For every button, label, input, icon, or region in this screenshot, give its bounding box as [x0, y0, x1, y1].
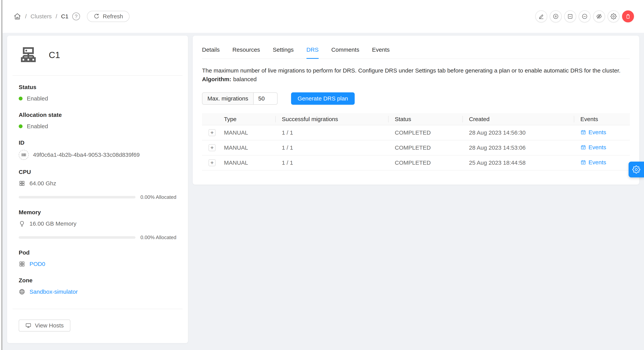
tab-details[interactable]: Details: [202, 47, 220, 59]
top-bar: / Clusters / C1 ? Refresh: [2, 0, 644, 33]
refresh-label: Refresh: [103, 13, 123, 20]
table-row: + MANUAL 1 / 1 COMPLETED 25 Aug 2023 18:…: [202, 155, 630, 170]
column-header-successful-migrations: Successful migrations: [275, 113, 388, 125]
cell-successful-migrations: 1 / 1: [275, 155, 388, 170]
tab-events[interactable]: Events: [372, 47, 390, 59]
breadcrumb-separator: /: [25, 13, 26, 20]
column-header-type: Type: [218, 113, 275, 125]
drs-description: The maximum number of live migrations to…: [202, 66, 630, 75]
globe-icon: [19, 288, 25, 295]
tab-comments[interactable]: Comments: [331, 47, 359, 59]
max-migrations-input[interactable]: [253, 92, 278, 105]
tab-settings[interactable]: Settings: [273, 47, 294, 59]
section-allocation-state: Allocation state Enabled: [19, 112, 176, 131]
generate-drs-plan-button[interactable]: Generate DRS plan: [291, 92, 355, 105]
section-label: Pod: [19, 249, 176, 256]
barcode-icon: [19, 150, 29, 160]
events-link-label: Events: [588, 144, 606, 151]
max-migrations-label: Max. migrations: [202, 92, 253, 105]
breadcrumb-item-clusters[interactable]: Clusters: [30, 13, 52, 20]
cell-type: MANUAL: [218, 125, 275, 140]
section-pod: Pod POD0: [19, 249, 176, 268]
refresh-button[interactable]: Refresh: [87, 11, 130, 22]
window-edge-bar: [1, 0, 2, 350]
appstore-icon: [19, 261, 25, 267]
unmanage-button[interactable]: [564, 11, 576, 22]
table-header-row: Type Successful migrations Status Create…: [202, 113, 630, 125]
bulb-icon: [19, 220, 25, 227]
events-link[interactable]: Events: [580, 129, 606, 136]
algorithm-label: Algorithm:: [202, 76, 231, 82]
pause-button[interactable]: [550, 11, 562, 22]
status-value: Enabled: [27, 95, 48, 102]
tab-resources[interactable]: Resources: [232, 47, 260, 59]
table-row: + MANUAL 1 / 1 COMPLETED 28 Aug 2023 14:…: [202, 140, 630, 155]
events-link-label: Events: [588, 159, 606, 166]
delete-button[interactable]: [622, 11, 634, 22]
view-hosts-button[interactable]: View Hosts: [19, 319, 70, 331]
pencil-icon: [538, 13, 544, 20]
calendar-check-icon: [580, 159, 586, 165]
table-row: + MANUAL 1 / 1 COMPLETED 28 Aug 2023 14:…: [202, 125, 630, 140]
cell-successful-migrations: 1 / 1: [275, 140, 388, 155]
floating-settings-button[interactable]: [628, 162, 644, 177]
events-link[interactable]: Events: [580, 144, 606, 151]
section-label: Allocation state: [19, 112, 176, 118]
cell-type: MANUAL: [218, 140, 275, 155]
allocation-state-value: Enabled: [27, 123, 48, 130]
breadcrumb-separator: /: [56, 13, 57, 20]
expand-row-button[interactable]: +: [208, 159, 216, 166]
reload-icon: [94, 13, 100, 20]
expand-row-button[interactable]: +: [208, 129, 216, 136]
algorithm-line: Algorithm:balanced: [202, 75, 630, 84]
breadcrumb: / Clusters / C1 ? Refresh: [14, 11, 130, 22]
drs-plan-table: Type Successful migrations Status Create…: [202, 113, 630, 170]
cell-status: COMPLETED: [388, 140, 462, 155]
section-label: Memory: [19, 209, 176, 216]
edit-button[interactable]: [535, 11, 547, 22]
drs-controls: Max. migrations Generate DRS plan: [202, 92, 630, 105]
section-id: ID 49f0c6a1-4b2b-4ba4-9053-33c08d839f69: [19, 139, 176, 160]
cluster-header: C1: [7, 36, 188, 75]
cluster-icon: [19, 45, 38, 65]
hide-button[interactable]: [593, 11, 605, 22]
section-zone: Zone Sandbox-simulator: [19, 277, 176, 296]
column-header-created: Created: [462, 113, 574, 125]
view-hosts-label: View Hosts: [35, 322, 64, 329]
monitor-icon: [25, 322, 32, 328]
section-label: Status: [19, 84, 176, 91]
memory-value: 16.00 GB Memory: [30, 220, 76, 227]
settings-button[interactable]: [608, 11, 620, 22]
events-link[interactable]: Events: [580, 159, 606, 166]
cluster-details: Status Enabled Allocation state Enabled …: [7, 76, 188, 298]
home-icon[interactable]: [14, 13, 21, 20]
header-actions: [535, 11, 634, 22]
pod-link[interactable]: POD0: [30, 261, 45, 267]
column-header-events: Events: [574, 113, 630, 125]
cpu-allocated-label: 0.00% Allocated: [140, 194, 176, 200]
cluster-detail-panel: Details Resources Settings DRS Comments …: [193, 36, 639, 185]
tab-drs[interactable]: DRS: [306, 47, 319, 59]
gear-icon: [610, 13, 617, 20]
status-dot: [19, 124, 22, 128]
algorithm-value: balanced: [233, 76, 257, 82]
eye-invisible-icon: [596, 13, 602, 20]
question-circle-icon[interactable]: ?: [72, 13, 80, 20]
page-title: C1: [49, 50, 60, 60]
section-cpu: CPU 64.00 Ghz 0.00% Allocated: [19, 169, 176, 200]
minus-circle-icon: [582, 13, 588, 20]
zone-link[interactable]: Sandbox-simulator: [30, 288, 78, 295]
expand-row-button[interactable]: +: [208, 144, 216, 151]
section-label: Zone: [19, 277, 176, 284]
section-label: CPU: [19, 169, 176, 175]
memory-allocated-label: 0.00% Allocated: [140, 234, 176, 240]
expander-column-header: [202, 113, 218, 125]
cluster-id-value: 49f0c6a1-4b2b-4ba4-9053-33c08d839f69: [33, 152, 140, 158]
disable-button[interactable]: [579, 11, 590, 22]
cell-created: 28 Aug 2023 14:56:30: [462, 125, 574, 140]
column-header-status: Status: [388, 113, 462, 125]
events-link-label: Events: [588, 129, 606, 136]
cell-created: 25 Aug 2023 18:44:58: [462, 155, 574, 170]
calendar-check-icon: [580, 144, 586, 150]
pause-circle-icon: [553, 13, 559, 20]
